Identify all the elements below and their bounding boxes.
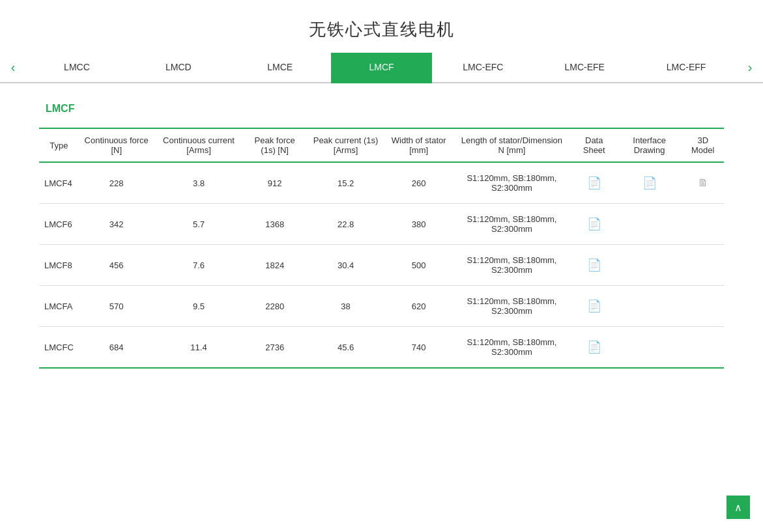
table-row: LMCF63425.7136822.8380S1:120mm, SB:180mm…: [39, 204, 724, 245]
tabs-list: LMCCLMCDLMCELMCFLMC-EFCLMC-EFELMC-EFF: [26, 53, 737, 82]
col-header-width_stator: Width of stator [mm]: [385, 128, 452, 162]
pdf-icon[interactable]: 📄: [587, 300, 601, 313]
cell-type: LMCF6: [39, 204, 79, 245]
col-header-cont_current: Continuous current [Arms]: [154, 128, 244, 162]
col-header-cont_force: Continuous force [N]: [79, 128, 154, 162]
cell-width_stator: 620: [385, 286, 452, 327]
cell-cont_current: 9.5: [154, 286, 244, 327]
cell-width_stator: 380: [385, 204, 452, 245]
cell-interface-drawing[interactable]: [617, 204, 682, 245]
tab-next-arrow[interactable]: ›: [737, 53, 763, 82]
cell-cont_current: 5.7: [154, 204, 244, 245]
cell-cont_current: 7.6: [154, 245, 244, 286]
cell-cont_force: 684: [79, 327, 154, 369]
cell-data-sheet[interactable]: 📄: [571, 245, 617, 286]
cell-peak_current: 22.8: [306, 204, 385, 245]
tabs-container: ‹ LMCCLMCDLMCELMCFLMC-EFCLMC-EFELMC-EFF …: [0, 53, 763, 83]
cell-peak_current: 15.2: [306, 162, 385, 204]
cell-peak_force: 2280: [243, 286, 306, 327]
cell-data-sheet[interactable]: 📄: [571, 162, 617, 204]
table-row: LMCF42283.891215.2260S1:120mm, SB:180mm,…: [39, 162, 724, 204]
cell-type: LMCFC: [39, 327, 79, 369]
pdf-icon[interactable]: 📄: [587, 341, 601, 354]
tab-prev-arrow[interactable]: ‹: [0, 53, 26, 82]
cell-data-sheet[interactable]: 📄: [571, 327, 617, 369]
col-header-data_sheet: Data Sheet: [571, 128, 617, 162]
col-header-peak_force: Peak force (1s) [N]: [243, 128, 306, 162]
cell-3d-model[interactable]: [682, 327, 724, 369]
cell-data-sheet[interactable]: 📄: [571, 286, 617, 327]
col-header-interface_drawing: Interface Drawing: [617, 128, 682, 162]
cell-cont_force: 228: [79, 162, 154, 204]
cell-interface-drawing[interactable]: [617, 327, 682, 369]
pdf-icon[interactable]: 📄: [587, 217, 601, 231]
cell-peak_current: 45.6: [306, 327, 385, 369]
cell-peak_force: 912: [243, 162, 306, 204]
cell-data-sheet[interactable]: 📄: [571, 204, 617, 245]
cell-width_stator: 740: [385, 327, 452, 369]
cell-3d-model[interactable]: [682, 204, 724, 245]
cell-width_stator: 260: [385, 162, 452, 204]
table-row: LMCFA5709.5228038620S1:120mm, SB:180mm, …: [39, 286, 724, 327]
tab-lmcf[interactable]: LMCF: [331, 53, 433, 83]
col-header-model_3d: 3D Model: [682, 128, 724, 162]
cell-interface-drawing[interactable]: 📄: [617, 162, 682, 204]
table-body: LMCF42283.891215.2260S1:120mm, SB:180mm,…: [39, 162, 724, 368]
cell-cont_force: 570: [79, 286, 154, 327]
section-title: LMCF: [39, 103, 724, 115]
col-header-type: Type: [39, 128, 79, 162]
data-table: TypeContinuous force [N]Continuous curre…: [39, 128, 724, 369]
cell-interface-drawing[interactable]: [617, 286, 682, 327]
cell-peak_force: 1824: [243, 245, 306, 286]
pdf-icon[interactable]: 📄: [587, 259, 601, 272]
cell-type: LMCFA: [39, 286, 79, 327]
cell-cont_current: 11.4: [154, 327, 244, 369]
cell-width_stator: 500: [385, 245, 452, 286]
cell-length_stator: S1:120mm, SB:180mm, S2:300mm: [452, 204, 571, 245]
cell-cont_force: 456: [79, 245, 154, 286]
cell-3d-model[interactable]: 🗎: [682, 162, 724, 204]
cell-length_stator: S1:120mm, SB:180mm, S2:300mm: [452, 327, 571, 369]
cell-interface-drawing[interactable]: [617, 245, 682, 286]
cell-length_stator: S1:120mm, SB:180mm, S2:300mm: [452, 162, 571, 204]
cell-peak_force: 2736: [243, 327, 306, 369]
cell-3d-model[interactable]: [682, 245, 724, 286]
pdf-icon[interactable]: 📄: [587, 176, 601, 189]
tab-lmc-eff[interactable]: LMC-EFF: [635, 53, 737, 83]
tab-lmce[interactable]: LMCE: [229, 53, 331, 83]
page-title: 无铁心式直线电机: [0, 0, 763, 53]
cell-type: LMCF4: [39, 162, 79, 204]
pdf-icon[interactable]: 📄: [642, 176, 657, 189]
content-area: LMCF TypeContinuous force [N]Continuous …: [0, 83, 763, 395]
table-header-row: TypeContinuous force [N]Continuous curre…: [39, 128, 724, 162]
tab-lmc-efe[interactable]: LMC-EFE: [534, 53, 635, 83]
table-row: LMCFC68411.4273645.6740S1:120mm, SB:180m…: [39, 327, 724, 369]
tab-lmc-efc[interactable]: LMC-EFC: [432, 53, 534, 83]
table-row: LMCF84567.6182430.4500S1:120mm, SB:180mm…: [39, 245, 724, 286]
tab-lmcd[interactable]: LMCD: [128, 53, 229, 83]
tab-lmcc[interactable]: LMCC: [26, 53, 128, 83]
cell-type: LMCF8: [39, 245, 79, 286]
cell-cont_current: 3.8: [154, 162, 244, 204]
col-header-peak_current: Peak current (1s) [Arms]: [306, 128, 385, 162]
col-header-length_stator: Length of stator/Dimension N [mm]: [452, 128, 571, 162]
cell-peak_current: 38: [306, 286, 385, 327]
cell-peak_force: 1368: [243, 204, 306, 245]
cell-length_stator: S1:120mm, SB:180mm, S2:300mm: [452, 245, 571, 286]
cell-peak_current: 30.4: [306, 245, 385, 286]
cell-3d-model[interactable]: [682, 286, 724, 327]
doc-icon[interactable]: 🗎: [698, 177, 708, 188]
cell-length_stator: S1:120mm, SB:180mm, S2:300mm: [452, 286, 571, 327]
cell-cont_force: 342: [79, 204, 154, 245]
